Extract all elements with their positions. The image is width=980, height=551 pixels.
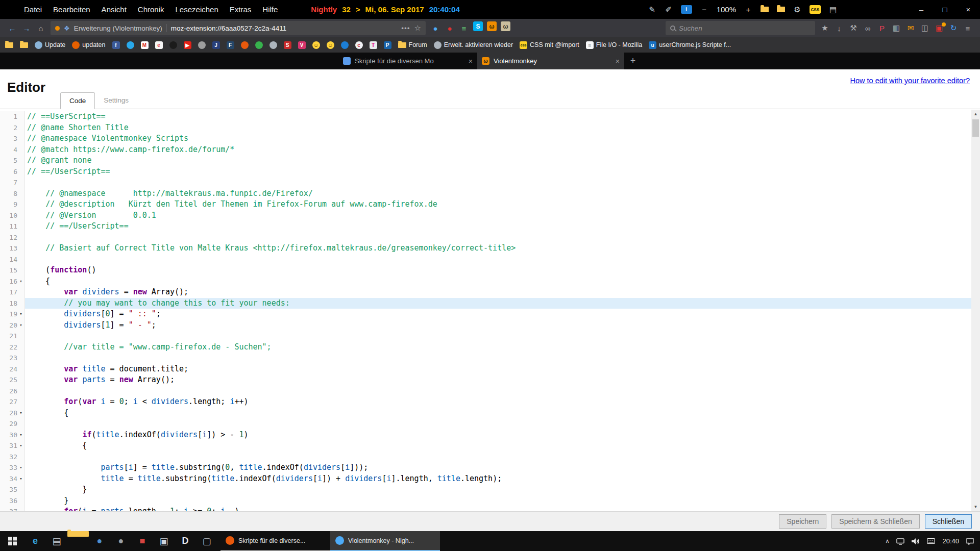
camera-icon[interactable]: ▢ bbox=[196, 531, 217, 551]
code-line[interactable]: 13 // Basiert auf Correct Title von Malt… bbox=[0, 243, 980, 254]
pencil-icon[interactable]: ✎ bbox=[648, 5, 656, 14]
fold-marker-icon[interactable]: ▾ bbox=[17, 473, 25, 485]
code-line[interactable]: 23 bbox=[0, 353, 980, 364]
code-line[interactable]: 7 bbox=[0, 177, 980, 188]
bookmark-item[interactable] bbox=[255, 41, 263, 49]
code-line[interactable]: 12 bbox=[0, 232, 980, 243]
scroll-down-icon[interactable]: ▼ bbox=[971, 503, 980, 511]
greasemonkey-icon[interactable]: ω bbox=[501, 21, 510, 31]
bookmark-item[interactable]: cssCSS mit @import bbox=[520, 41, 579, 49]
bookmark-item[interactable]: ☺ bbox=[312, 41, 320, 49]
tab-settings[interactable]: Settings bbox=[95, 92, 137, 109]
menu-datei[interactable]: Datei bbox=[18, 5, 47, 14]
bookmark-star-icon[interactable]: ★ bbox=[818, 21, 832, 35]
code-line[interactable]: 15 (function() bbox=[0, 265, 980, 276]
code-line[interactable]: 5// @grant none bbox=[0, 155, 980, 166]
minimize-button[interactable]: – bbox=[910, 0, 933, 19]
menu-ansicht[interactable]: Ansicht bbox=[96, 5, 132, 14]
code-line[interactable]: 29 bbox=[0, 418, 980, 430]
bookmark-item[interactable] bbox=[169, 41, 177, 49]
zoom-in-button[interactable]: + bbox=[744, 5, 752, 14]
code-line[interactable]: 22 //var title = "www.camp-firefox.de - … bbox=[0, 342, 980, 353]
tab-code[interactable]: Code bbox=[60, 92, 95, 109]
document-icon[interactable]: ▤ bbox=[46, 531, 67, 551]
zoom-level-button[interactable]: 100% bbox=[717, 5, 736, 14]
code-line[interactable]: 2// @name Shorten Title bbox=[0, 122, 980, 134]
bookmark-page-icon[interactable]: ☆ bbox=[414, 23, 421, 33]
close-tab-icon[interactable]: × bbox=[469, 57, 473, 65]
menu-icon[interactable]: ≡ bbox=[961, 21, 975, 35]
close-button[interactable]: × bbox=[957, 0, 980, 19]
bookmark-item[interactable]: T bbox=[370, 41, 377, 49]
menu-lesezeichen[interactable]: Lesezeichen bbox=[170, 5, 224, 14]
bookmark-item[interactable] bbox=[341, 41, 349, 49]
code-line[interactable]: 10 // @Version 0.0.1 bbox=[0, 210, 980, 221]
code-line[interactable]: 16▾ { bbox=[0, 276, 980, 287]
code-line[interactable]: 32 bbox=[0, 452, 980, 463]
bookmark-item[interactable]: e bbox=[155, 41, 163, 49]
sidebar-icon[interactable]: ◫ bbox=[918, 21, 932, 35]
bookmark-item[interactable] bbox=[198, 41, 206, 49]
code-line[interactable]: 31▾ { bbox=[0, 440, 980, 452]
code-line[interactable]: 8 // @namespace http://maltekraus.ma.fun… bbox=[0, 188, 980, 199]
tab-violentmonkey[interactable]: ωViolentmonkey× bbox=[477, 53, 624, 69]
taskbar-window-button[interactable]: Skripte für die diverse... bbox=[220, 531, 330, 551]
start-button[interactable] bbox=[0, 531, 24, 551]
code-line[interactable]: 30▾ if(title.indexOf(dividers[i]) > - 1) bbox=[0, 430, 980, 441]
pen-icon[interactable]: ✐ bbox=[665, 5, 673, 14]
fold-marker-icon[interactable]: ▾ bbox=[17, 430, 25, 441]
code-line[interactable]: 26 bbox=[0, 386, 980, 397]
menu-chronik[interactable]: Chronik bbox=[132, 5, 170, 14]
fold-marker-icon[interactable]: ▾ bbox=[17, 309, 25, 320]
fold-marker-icon[interactable]: ▾ bbox=[17, 276, 25, 287]
bookmark-item[interactable]: Update bbox=[35, 41, 65, 49]
bookmark-item[interactable]: updaten bbox=[72, 41, 105, 49]
app-red-icon[interactable]: ■ bbox=[132, 531, 153, 551]
code-line[interactable]: 33▾ parts[i] = title.substring(0, title.… bbox=[0, 462, 980, 473]
code-line[interactable]: 34▾ title = title.substring(title.indexO… bbox=[0, 473, 980, 485]
menu-bearbeiten[interactable]: Bearbeiten bbox=[47, 5, 96, 14]
mail-icon[interactable]: ✉ bbox=[903, 21, 918, 35]
search-bar[interactable] bbox=[666, 21, 815, 35]
menu-extras[interactable]: Extras bbox=[224, 5, 257, 14]
bookmark-item[interactable]: c bbox=[355, 41, 363, 49]
zoom-out-button[interactable]: − bbox=[700, 5, 708, 14]
addon-alert-icon[interactable]: ▣ bbox=[932, 21, 946, 35]
home-button[interactable]: ⌂ bbox=[34, 21, 48, 35]
taskbar-clock[interactable]: 20:40 bbox=[942, 537, 959, 545]
bookmark-item[interactable]: ▶ bbox=[184, 41, 191, 49]
menu-hilfe[interactable]: Hilfe bbox=[257, 5, 283, 14]
page-actions-icon[interactable]: ••• bbox=[401, 24, 410, 32]
search-input[interactable] bbox=[679, 24, 811, 32]
bookmark-item[interactable] bbox=[5, 42, 13, 48]
bookmark-item[interactable]: M bbox=[141, 41, 149, 49]
speichern-button[interactable]: Speichern bbox=[779, 514, 826, 529]
code-line[interactable]: 9 // @description Kürzt den Titel der Th… bbox=[0, 199, 980, 210]
code-line[interactable]: 20▾ dividers[1] = " - "; bbox=[0, 320, 980, 331]
notes-icon[interactable]: ▤ bbox=[829, 5, 837, 14]
folder-export-icon[interactable] bbox=[777, 7, 785, 12]
bookmark-item[interactable]: J bbox=[212, 41, 220, 49]
sync-icon[interactable]: ↻ bbox=[946, 21, 961, 35]
code-line[interactable]: 17 var dividers = new Array(); bbox=[0, 287, 980, 298]
bookmark-item[interactable]: ≡File I/O - Mozilla bbox=[586, 41, 642, 49]
explorer-icon[interactable] bbox=[67, 531, 89, 537]
network-icon[interactable] bbox=[896, 538, 904, 545]
code-line[interactable]: 21 bbox=[0, 331, 980, 342]
tab-skripte-für-die-diversen-mo[interactable]: Skripte für die diversen Mo× bbox=[338, 53, 477, 69]
pin-icon[interactable]: ● bbox=[443, 21, 457, 35]
pocket-icon[interactable]: P bbox=[875, 21, 889, 35]
code-line[interactable]: 3// @namespace Violentmonkey Scripts bbox=[0, 133, 980, 144]
code-line[interactable]: 1// ==UserScript== bbox=[0, 111, 980, 122]
wrench-icon[interactable]: ⚒ bbox=[846, 21, 861, 35]
editor-help-link[interactable]: How to edit with your favorite editor? bbox=[850, 77, 970, 85]
taskbar-window-button[interactable]: Violentmonkey - Nigh... bbox=[330, 531, 440, 551]
close-tab-icon[interactable]: × bbox=[616, 57, 620, 65]
volume-icon[interactable] bbox=[912, 538, 920, 545]
bookmark-item[interactable]: ☺ bbox=[327, 41, 334, 49]
fold-marker-icon[interactable]: ▾ bbox=[17, 440, 25, 452]
code-line[interactable]: 24 var title = document.title; bbox=[0, 364, 980, 375]
code-line[interactable]: 18 // you may want to change this to fit… bbox=[0, 298, 980, 309]
bookmark-item[interactable]: Forum bbox=[398, 41, 427, 48]
forward-button[interactable]: → bbox=[19, 21, 34, 35]
